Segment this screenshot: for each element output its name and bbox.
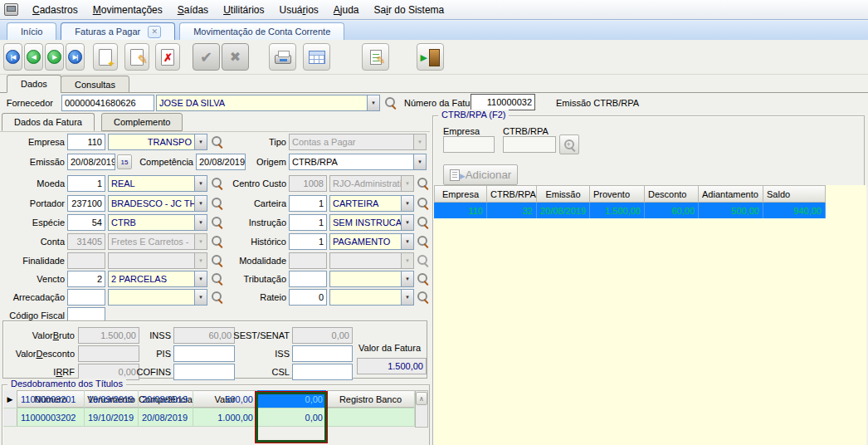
confirm-button[interactable] bbox=[193, 43, 220, 71]
chevron-down-icon[interactable] bbox=[194, 271, 207, 286]
iss-input[interactable] bbox=[292, 345, 353, 362]
empresa-search-icon[interactable] bbox=[211, 135, 223, 148]
carteira-combo[interactable]: CARTEIRA bbox=[329, 195, 414, 212]
exit-button[interactable] bbox=[417, 43, 444, 71]
grid-view-button[interactable] bbox=[303, 43, 330, 71]
conta-search-icon[interactable] bbox=[211, 235, 223, 247]
last-record-button[interactable]: ▶| bbox=[66, 43, 85, 71]
chevron-down-icon[interactable] bbox=[194, 215, 207, 230]
centro-custo-search-icon[interactable] bbox=[417, 177, 429, 189]
finalidade-code-input[interactable] bbox=[67, 252, 105, 269]
chevron-down-icon[interactable] bbox=[401, 234, 413, 249]
tributacao-search-icon[interactable] bbox=[417, 272, 429, 285]
inss-input[interactable]: 60,00 bbox=[173, 327, 235, 344]
modalidade-code-input[interactable] bbox=[289, 252, 327, 269]
next-record-button[interactable]: ▶ bbox=[45, 43, 64, 71]
cofins-input[interactable] bbox=[173, 364, 235, 380]
adicionar-button[interactable]: Adicionar bbox=[443, 164, 518, 185]
delete-button[interactable] bbox=[155, 43, 180, 71]
centro-custo-combo[interactable]: RJO-Administrativo bbox=[329, 175, 414, 192]
tipo-combo[interactable]: Contas a Pagar bbox=[289, 134, 427, 150]
portador-search-icon[interactable] bbox=[211, 197, 223, 209]
empresa-code-input[interactable]: 110 bbox=[67, 134, 105, 150]
calendar-button[interactable]: 15 bbox=[117, 154, 132, 169]
chevron-down-icon[interactable] bbox=[194, 176, 207, 191]
carteira-code-input[interactable]: 1 bbox=[289, 195, 327, 212]
ctrb-search-button[interactable]: + bbox=[559, 134, 579, 154]
table-row[interactable]: 11000003202 19/10/2019 20/08/2019 1.000,… bbox=[3, 408, 415, 427]
modalidade-search-icon[interactable] bbox=[417, 254, 429, 267]
emissao-date-input[interactable]: 20/08/2019 bbox=[67, 154, 115, 170]
menu-utilitarios[interactable]: Utilitários bbox=[216, 2, 271, 17]
arrecadacao-code-input[interactable] bbox=[67, 289, 105, 306]
table-row-selected[interactable]: 110 32 20/08/2019 1.500,00 60,00 500,00 … bbox=[434, 203, 826, 218]
cell-desconto[interactable]: 60,00 bbox=[645, 203, 699, 218]
sest-senat-input[interactable]: 0,00 bbox=[292, 327, 353, 344]
especie-combo[interactable]: CTRB bbox=[108, 214, 207, 231]
finalidade-combo[interactable] bbox=[108, 252, 207, 269]
instrucao-combo[interactable]: SEM INSTRUCAO bbox=[329, 214, 414, 231]
tributacao-combo[interactable] bbox=[329, 271, 414, 287]
origem-combo[interactable]: CTRB/RPA bbox=[289, 154, 427, 170]
tab-dados[interactable]: Dados bbox=[7, 75, 61, 93]
new-button[interactable] bbox=[93, 43, 118, 71]
cancel-button[interactable] bbox=[222, 43, 249, 71]
edit-button[interactable] bbox=[124, 43, 149, 71]
first-record-button[interactable]: |◀ bbox=[3, 43, 22, 71]
cell-emissao[interactable]: 20/08/2019 bbox=[537, 203, 590, 218]
cell-numero[interactable]: 11000003201 bbox=[17, 390, 85, 408]
tab-inicio[interactable]: Início bbox=[7, 22, 56, 40]
historico-search-icon[interactable] bbox=[417, 235, 429, 247]
fornecedor-search-icon[interactable] bbox=[384, 96, 397, 109]
cell-vencimento[interactable]: 19/09/2019 bbox=[85, 390, 139, 408]
menu-cadastros[interactable]: Cadastros bbox=[25, 2, 85, 17]
fornecedor-code-input[interactable]: 00000041680626 bbox=[61, 95, 154, 111]
vencto-combo[interactable]: 2 PARCELAS bbox=[108, 271, 207, 287]
cell-vencimento[interactable]: 19/10/2019 bbox=[85, 408, 139, 426]
close-tab-icon[interactable]: ✕ bbox=[148, 26, 161, 38]
tab-dados-da-fatura[interactable]: Dados da Fatura bbox=[2, 113, 95, 131]
chevron-down-icon[interactable] bbox=[194, 196, 207, 211]
cell-saldo[interactable]: 0,00 bbox=[257, 408, 327, 426]
print-button[interactable] bbox=[269, 43, 296, 71]
chevron-down-icon[interactable] bbox=[401, 271, 413, 286]
instrucao-code-input[interactable]: 1 bbox=[289, 214, 327, 231]
menu-usuarios[interactable]: Usuários bbox=[271, 2, 325, 17]
notes-button[interactable] bbox=[362, 43, 389, 71]
menu-movimentacoes[interactable]: Movimentações bbox=[85, 2, 170, 17]
especie-search-icon[interactable] bbox=[211, 216, 223, 228]
tab-consultas[interactable]: Consultas bbox=[61, 76, 129, 93]
centro-custo-code-input[interactable]: 1008 bbox=[289, 175, 327, 192]
competencia-date-input[interactable]: 20/08/2019 bbox=[196, 154, 246, 170]
cell-provento[interactable]: 1.500,00 bbox=[590, 203, 645, 218]
cell-adiantamento[interactable]: 500,00 bbox=[699, 203, 763, 218]
cell-valor[interactable]: 1.000,00 bbox=[193, 408, 257, 426]
chevron-down-icon[interactable] bbox=[367, 95, 379, 110]
moeda-combo[interactable]: REAL bbox=[108, 175, 207, 192]
ctrb-empresa-input[interactable] bbox=[443, 136, 495, 153]
chevron-down-icon[interactable] bbox=[194, 290, 207, 305]
cell-registro-banco[interactable] bbox=[327, 390, 415, 408]
fornecedor-combo[interactable]: JOSE DA SILVA bbox=[156, 95, 380, 111]
cell-numero[interactable]: 11000003202 bbox=[17, 408, 85, 426]
moeda-search-icon[interactable] bbox=[211, 177, 223, 189]
chevron-down-icon[interactable] bbox=[401, 215, 413, 230]
menu-saidas[interactable]: Saídas bbox=[170, 2, 216, 17]
modalidade-combo[interactable] bbox=[329, 252, 414, 269]
cell-empresa[interactable]: 110 bbox=[434, 203, 487, 218]
conta-combo[interactable]: Fretes E Carretos - bbox=[108, 233, 207, 250]
especie-code-input[interactable]: 54 bbox=[67, 214, 105, 231]
table-row[interactable]: 11000003201 19/09/2019 20/08/2019 500,00… bbox=[3, 390, 415, 408]
cell-competencia[interactable]: 20/08/2019 bbox=[139, 390, 193, 408]
cell-competencia[interactable]: 20/08/2019 bbox=[139, 408, 193, 426]
chevron-down-icon[interactable] bbox=[401, 196, 413, 211]
ctrb-rpa-input[interactable] bbox=[503, 136, 556, 153]
moeda-code-input[interactable]: 1 bbox=[67, 175, 105, 192]
cell-valor[interactable]: 500,00 bbox=[193, 390, 257, 408]
carteira-search-icon[interactable] bbox=[417, 197, 429, 209]
tab-movimentacao-conta-corrente[interactable]: Movimentação de Conta Corrente bbox=[179, 22, 344, 40]
portador-code-input[interactable]: 237100 bbox=[67, 195, 105, 212]
chevron-down-icon[interactable] bbox=[413, 154, 426, 169]
historico-combo[interactable]: PAGAMENTO bbox=[329, 233, 414, 250]
numero-fatura-input[interactable]: 110000032 bbox=[471, 94, 535, 110]
